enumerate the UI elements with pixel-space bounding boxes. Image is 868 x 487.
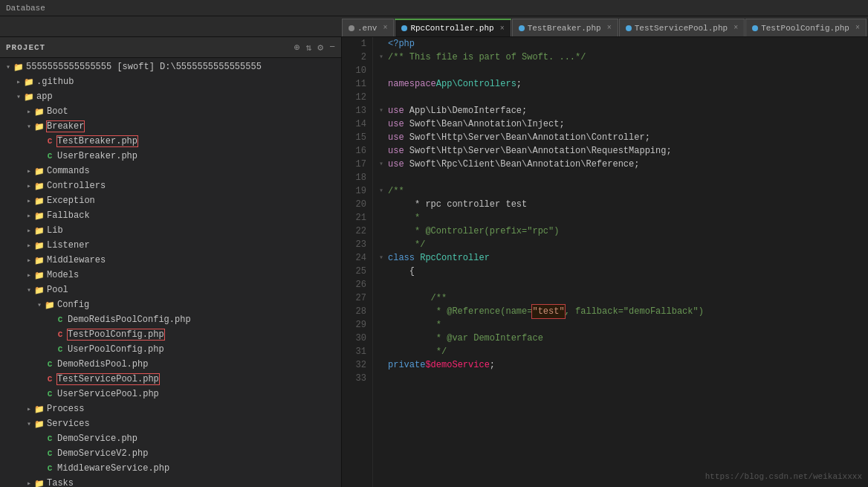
sidebar-item-Tasks[interactable]: ▸📁Tasks — [0, 476, 341, 487]
code-line-15[interactable]: use Swoft\Http\Server\Bean\Annotation\Co… — [379, 131, 862, 144]
sidebar-item-UserBreaker[interactable]: CUserBreaker.php — [0, 149, 341, 164]
code-line-2[interactable]: ▾/** This file is part of Swoft. ...*/ — [379, 51, 862, 64]
sidebar-item-Exception[interactable]: ▸📁Exception — [0, 193, 341, 208]
sidebar-item-Commands[interactable]: ▸📁Commands — [0, 164, 341, 178]
tab-close-TestBreaker[interactable]: × — [607, 24, 612, 32]
sidebar-item-DemoServiceV2[interactable]: CDemoServiceV2.php — [0, 446, 341, 461]
tab-close-RpcController[interactable]: × — [500, 25, 505, 33]
settings-icon[interactable]: ⚙ — [317, 42, 323, 54]
sidebar-item-Middlewares[interactable]: ▸📁Middlewares — [0, 253, 341, 268]
item-label-DemoService: DemoService.php — [57, 433, 137, 444]
folder-icon-github: 📁 — [24, 77, 34, 87]
code-line-22[interactable]: * @Controller(prefix="rpc") — [379, 225, 862, 238]
sidebar-item-Process[interactable]: ▸📁Process — [0, 401, 341, 416]
tab-close-TestServicePool[interactable]: × — [733, 24, 738, 32]
sidebar-item-github[interactable]: ▸📁.github — [0, 74, 341, 89]
code-line-17[interactable]: ▾use Swoft\Rpc\Client\Bean\Annotation\Re… — [379, 158, 862, 171]
item-label-DemoRedisPool: DemoRedisPool.php — [57, 359, 148, 370]
sidebar-item-app[interactable]: ▾📁app — [0, 89, 341, 104]
code-line-30[interactable]: * @var DemoInterface — [379, 332, 862, 345]
sidebar-item-Config[interactable]: ▾📁Config — [0, 297, 341, 312]
code-line-10[interactable] — [379, 64, 862, 77]
code-line-29[interactable]: * — [379, 318, 862, 332]
code-line-13[interactable]: ▾use App\Lib\DemoInterface; — [379, 104, 862, 117]
folder-icon-Services: 📁 — [34, 419, 45, 429]
code-line-20[interactable]: * rpc controller test — [379, 198, 862, 211]
tab-close-env[interactable]: × — [383, 24, 387, 32]
sidebar-item-DemoRedisPool[interactable]: CDemoRedisPool.php — [0, 357, 341, 372]
collapse-icon[interactable]: ⇅ — [306, 42, 312, 54]
folder-icon-Controllers: 📁 — [34, 181, 45, 191]
item-label-Config: Config — [57, 300, 89, 310]
item-label-app: app — [36, 91, 53, 102]
sidebar-item-Breaker[interactable]: ▾📁Breaker — [0, 119, 341, 134]
tab-TestServicePool[interactable]: TestServicePool.php× — [619, 19, 745, 36]
top-bar: Database — [0, 0, 868, 16]
fold-arrow-24[interactable]: ▾ — [379, 251, 386, 265]
sidebar-item-Models[interactable]: ▸📁Models — [0, 268, 341, 283]
sidebar-item-Controllers[interactable]: ▸📁Controllers — [0, 178, 341, 193]
tab-env[interactable]: .env× — [342, 19, 394, 36]
code-line-11[interactable]: namespace App\Controllers; — [379, 77, 862, 91]
code-line-1[interactable]: <?php — [379, 37, 862, 51]
fold-arrow-13[interactable]: ▾ — [379, 104, 386, 117]
folder-icon-Fallback: 📁 — [34, 211, 45, 221]
arrow-Lib: ▸ — [24, 226, 34, 235]
code-line-32[interactable]: private $demoService; — [379, 358, 862, 372]
sidebar-item-TestServicePool[interactable]: CTestServicePool.php — [0, 372, 341, 387]
tab-label-TestServicePool: TestServicePool.php — [635, 24, 728, 33]
line-num-31: 31 — [348, 345, 366, 358]
sidebar-root[interactable]: ▾📁5555555555555555 [swoft] D:\5555555555… — [0, 59, 341, 74]
sidebar-item-Boot[interactable]: ▸📁Boot — [0, 104, 341, 119]
code-line-21[interactable]: * — [379, 211, 862, 225]
sidebar-item-MiddlewareService[interactable]: CMiddlewareService.php — [0, 461, 341, 476]
tab-TestPoolConfig[interactable]: TestPoolConfig.php× — [745, 19, 867, 36]
sidebar-item-Lib[interactable]: ▸📁Lib — [0, 223, 341, 238]
sidebar-item-Listener[interactable]: ▸📁Listener — [0, 238, 341, 253]
tab-close-TestPoolConfig[interactable]: × — [855, 24, 860, 32]
arrow-Fallback: ▸ — [24, 211, 34, 220]
folder-icon-app: 📁 — [24, 92, 34, 102]
close-icon[interactable]: − — [329, 42, 335, 54]
item-label-DemoServiceV2: DemoServiceV2.php — [57, 448, 148, 459]
code-line-28[interactable]: * @Reference(name="test", fallback="demo… — [379, 305, 862, 318]
code-line-27[interactable]: /** — [379, 291, 862, 305]
fold-arrow-2[interactable]: ▾ — [379, 51, 386, 64]
code-line-12[interactable] — [379, 91, 862, 104]
code-line-23[interactable]: */ — [379, 238, 862, 251]
tab-TestBreaker[interactable]: TestBreaker.php× — [512, 19, 618, 36]
fold-arrow-19[interactable]: ▾ — [379, 184, 386, 198]
code-line-25[interactable]: { — [379, 265, 862, 278]
item-label-Tasks: Tasks — [47, 478, 74, 487]
code-line-26[interactable] — [379, 278, 862, 291]
root-arrow: ▾ — [3, 62, 13, 71]
tab-RpcController[interactable]: RpcController.php× — [395, 19, 511, 36]
sidebar-item-Services[interactable]: ▾📁Services — [0, 416, 341, 431]
locate-icon[interactable]: ⊕ — [294, 42, 300, 54]
file-icon-DemoServiceV2: C — [45, 449, 55, 458]
code-line-19[interactable]: ▾/** — [379, 184, 862, 198]
sidebar-item-TestPoolConfig[interactable]: CTestPoolConfig.php — [0, 327, 341, 342]
line-num-14: 14 — [348, 117, 366, 131]
watermark: https://blog.csdn.net/weikaixxxx — [705, 472, 862, 481]
code-line-31[interactable]: */ — [379, 345, 862, 358]
sidebar-item-DemoService[interactable]: CDemoService.php — [0, 431, 341, 446]
tab-icon-RpcController — [401, 25, 407, 31]
sidebar-item-Pool[interactable]: ▾📁Pool — [0, 283, 341, 297]
sidebar-item-Fallback[interactable]: ▸📁Fallback — [0, 208, 341, 223]
sidebar-item-DemoRedisPoolConfig[interactable]: CDemoRedisPoolConfig.php — [0, 312, 341, 327]
sidebar-item-UserPoolConfig[interactable]: CUserPoolConfig.php — [0, 342, 341, 357]
sidebar-item-UserServicePool[interactable]: CUserServicePool.php — [0, 387, 341, 401]
item-label-UserPoolConfig: UserPoolConfig.php — [68, 344, 164, 355]
item-label-Exception: Exception — [47, 196, 95, 206]
item-label-MiddlewareService: MiddlewareService.php — [57, 463, 169, 474]
fold-arrow-17[interactable]: ▾ — [379, 158, 386, 171]
sidebar-item-TestBreaker[interactable]: CTestBreaker.php — [0, 134, 341, 149]
code-line-24[interactable]: ▾class RpcController — [379, 251, 862, 265]
code-line-18[interactable] — [379, 171, 862, 184]
code-line-14[interactable]: use Swoft\Bean\Annotation\Inject; — [379, 117, 862, 131]
code-line-16[interactable]: use Swoft\Http\Server\Bean\Annotation\Re… — [379, 144, 862, 158]
code-area[interactable]: <?php▾/** This file is part of Swoft. ..… — [373, 37, 868, 487]
code-line-33[interactable] — [379, 372, 862, 385]
file-icon-DemoService: C — [45, 434, 55, 443]
